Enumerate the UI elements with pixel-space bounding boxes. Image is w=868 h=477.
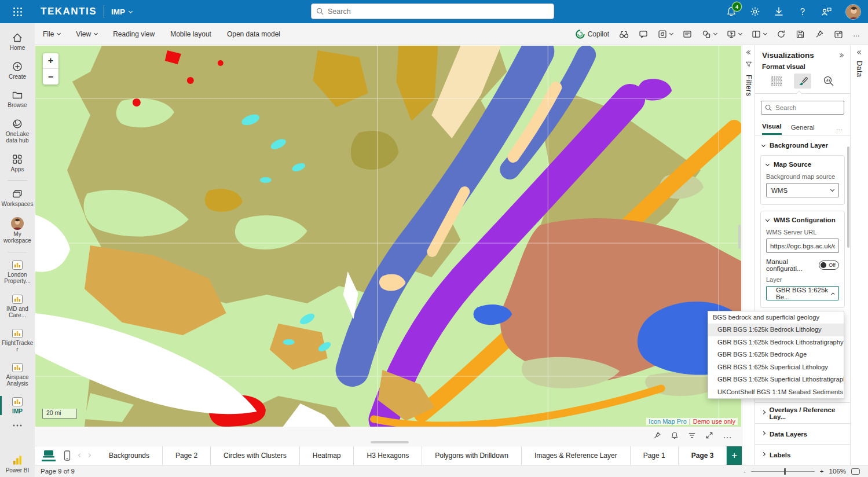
zoom-in-button[interactable]: + — [43, 53, 58, 69]
shapes-button[interactable] — [702, 30, 717, 39]
page-tab[interactable]: Circles with Clusters — [211, 446, 300, 465]
powerbi-footer[interactable]: Power BI — [6, 454, 30, 474]
page-tab[interactable]: Page 1 — [631, 446, 679, 465]
dropdown-option[interactable]: GBR BGS 1:625k Bedrock Lithostratigraphy — [708, 336, 844, 349]
icon-map-visual[interactable]: + − 20 mi Icon Map Pro | Demo use only — [35, 46, 741, 427]
visual-more-options[interactable]: … — [723, 430, 733, 441]
dropdown-option[interactable]: GBR BGS 1:625k Superficial Lithostratigr… — [708, 373, 844, 386]
user-avatar[interactable] — [845, 4, 861, 20]
icon-map-pro-link[interactable]: Icon Map Pro — [649, 418, 686, 425]
format-more-options[interactable]: … — [836, 124, 844, 131]
panel-scrollbar[interactable] — [847, 146, 849, 248]
view-menu[interactable]: View — [76, 30, 97, 38]
pin-visual-icon[interactable] — [653, 431, 661, 439]
sidebar-item-london-property[interactable]: London Property... — [0, 257, 35, 288]
waffle-menu-icon[interactable] — [0, 7, 35, 17]
present-button[interactable] — [727, 30, 742, 39]
layer-dropdown[interactable]: GBR BGS 1:625k Be... — [766, 286, 839, 300]
format-search-input[interactable] — [775, 104, 840, 111]
dropdown-option[interactable]: GBR BGS 1:625k Superficial Lithology — [708, 361, 844, 374]
expand-filters-icon[interactable] — [747, 51, 750, 54]
reading-view-button[interactable]: Reading view — [113, 30, 155, 38]
app-switcher[interactable]: IMP — [111, 8, 132, 16]
feedback-button[interactable] — [821, 6, 832, 17]
overlays-section[interactable]: Overlays / Reference Lay... — [755, 402, 850, 423]
file-menu[interactable]: File — [43, 30, 60, 38]
zoom-out-control[interactable]: - — [744, 468, 746, 475]
zoom-slider-thumb[interactable] — [784, 468, 786, 475]
dropdown-option-selected[interactable]: GBR BGS 1:625k Bedrock Lithology — [708, 324, 844, 336]
alert-icon[interactable] — [671, 431, 679, 439]
sidebar-item-home[interactable]: Home — [0, 29, 35, 54]
comments-button[interactable] — [639, 30, 648, 39]
visual-tab[interactable]: Visual — [762, 120, 782, 135]
dropdown-option[interactable]: UKContShelf BGS 1:1M Seabed Sediments — [708, 386, 844, 399]
sidebar-item-airspace[interactable]: Airspace Analysis — [0, 359, 35, 390]
page-tab[interactable]: Page 2 — [163, 446, 211, 465]
sidebar-item-flighttracker[interactable]: FlightTracker — [0, 325, 35, 356]
search-input[interactable] — [328, 8, 549, 16]
sidebar-item-workspaces[interactable]: Workspaces — [0, 185, 35, 211]
zoom-slider[interactable] — [751, 471, 815, 472]
map-source-dropdown[interactable]: WMS — [766, 183, 839, 197]
vertical-scrollbar[interactable] — [738, 225, 741, 249]
mobile-view-toggle[interactable] — [64, 450, 71, 461]
collapse-pane-icon[interactable] — [840, 54, 843, 57]
wms-url-input[interactable] — [767, 243, 838, 249]
brand-logo[interactable]: TEKANTIS — [41, 6, 97, 17]
background-layer-section[interactable]: Background Layer — [755, 135, 850, 155]
sidebar-item-imd-care[interactable]: IMD and Care... — [0, 291, 35, 322]
dropdown-option[interactable]: GBR BGS 1:625k Bedrock Age — [708, 348, 844, 361]
text-box-button[interactable] — [683, 30, 692, 39]
help-button[interactable] — [797, 6, 808, 17]
open-data-model-button[interactable]: Open data model — [227, 30, 280, 38]
sidebar-more-button[interactable] — [0, 421, 35, 430]
sidebar-item-create[interactable]: Create — [0, 58, 35, 83]
page-tab-active[interactable]: Page 3 — [679, 446, 727, 465]
page-tab[interactable]: Images & Reference Layer — [522, 446, 631, 465]
data-pane-title[interactable]: Data — [855, 61, 863, 77]
selection-pane-button[interactable] — [619, 30, 629, 39]
refresh-button[interactable] — [777, 30, 786, 39]
filters-applied-icon[interactable] — [688, 431, 696, 439]
pin-button[interactable] — [815, 30, 824, 39]
horizontal-scrollbar[interactable] — [371, 441, 409, 443]
page-tab[interactable]: Polygons with Drilldown — [422, 446, 522, 465]
ribbon-more-button[interactable]: … — [853, 30, 860, 38]
download-button[interactable] — [774, 6, 784, 17]
sidebar-item-browse[interactable]: Browse — [0, 86, 35, 112]
fit-to-page-icon[interactable] — [851, 468, 860, 475]
map-source-header[interactable]: Map Source — [766, 161, 839, 168]
labels-section[interactable]: Labels — [755, 444, 850, 465]
expand-data-icon[interactable] — [858, 51, 861, 54]
page-layout-button[interactable] — [752, 30, 767, 39]
format-visual-tab[interactable] — [794, 74, 811, 89]
sidebar-item-onelake[interactable]: OneLake data hub — [0, 115, 35, 147]
zoom-in-control[interactable]: + — [820, 468, 824, 475]
page-tab[interactable]: H3 Hexagons — [354, 446, 422, 465]
general-tab[interactable]: General — [791, 122, 815, 134]
settings-button[interactable] — [750, 6, 760, 17]
filters-pane-title[interactable]: Filters — [745, 75, 753, 97]
focus-mode-icon[interactable] — [705, 431, 713, 439]
copilot-button[interactable]: Copilot — [576, 30, 609, 39]
build-visual-tab[interactable] — [768, 74, 785, 89]
sidebar-item-my-workspace[interactable]: My workspace — [0, 214, 35, 247]
sidebar-item-apps[interactable]: Apps — [0, 151, 35, 176]
filter-funnel-icon[interactable] — [745, 61, 752, 68]
save-button[interactable] — [796, 30, 805, 39]
analytics-tab[interactable] — [820, 74, 837, 89]
wms-config-header[interactable]: WMS Configuration — [766, 217, 839, 223]
prev-page-arrow[interactable] — [78, 453, 82, 457]
refresh-visuals-button[interactable] — [658, 30, 673, 39]
web-view-toggle[interactable] — [42, 450, 56, 461]
teams-share-button[interactable] — [834, 30, 843, 39]
data-layers-section[interactable]: Data Layers — [755, 423, 850, 444]
add-page-button[interactable]: + — [727, 446, 742, 465]
zoom-out-button[interactable]: − — [43, 69, 58, 85]
sidebar-item-imp[interactable]: IMP — [0, 394, 35, 418]
manual-config-toggle[interactable]: Off — [819, 260, 839, 270]
notifications-button[interactable]: 4 — [726, 6, 737, 17]
page-tab[interactable]: Heatmap — [300, 446, 354, 465]
page-tab[interactable]: Backgrounds — [96, 446, 163, 465]
